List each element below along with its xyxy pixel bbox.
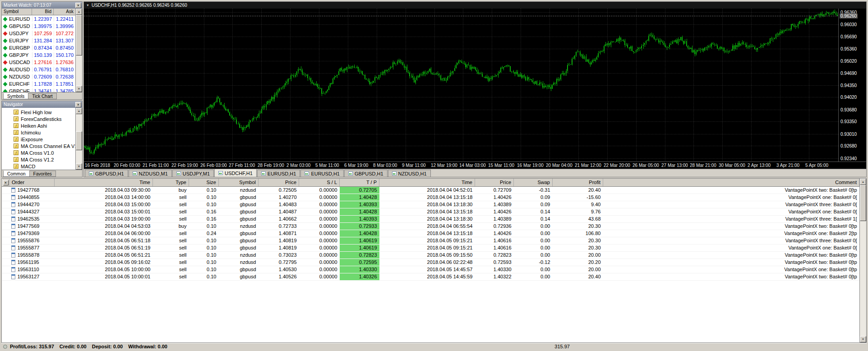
scrollbar-thumb[interactable]: [860, 185, 866, 221]
market-watch-scrollbar[interactable]: ▲ ▼: [75, 9, 82, 92]
market-watch-row-gbpjpy[interactable]: GBPJPY150.139150.170: [2, 51, 75, 59]
column-header-time-close[interactable]: Time: [379, 179, 475, 186]
column-header-s-l[interactable]: S / L: [299, 179, 340, 186]
mini-chart-icon: [89, 171, 93, 176]
column-header-symbol[interactable]: Symbol: [219, 179, 259, 186]
market-watch-row-eurchf[interactable]: EURCHF1.178281.17851: [2, 80, 75, 88]
order-row[interactable]: 194442702018.04.03 15:00:00sell0.10gbpus…: [2, 201, 859, 208]
market-watch-row-gbpusd[interactable]: GBPUSD1.399751.39996: [2, 23, 75, 30]
market-watch-row-audusd[interactable]: AUDUSD0.767910.76810: [2, 66, 75, 73]
scroll-down-icon[interactable]: ▼: [76, 86, 82, 92]
scrollbar-thumb[interactable]: [76, 131, 82, 150]
price-chart-canvas[interactable]: [84, 9, 838, 162]
price-tick-label: 0.94020: [840, 95, 857, 100]
market-watch-titlebar[interactable]: Market Watch: 07:13:07 ×: [2, 2, 82, 9]
column-header-price[interactable]: Price: [259, 179, 299, 186]
scrollbar-track[interactable]: [76, 15, 82, 86]
close-icon[interactable]: ×: [75, 3, 81, 8]
chart-tab-usdjpy-m1[interactable]: USDJPY,M1: [172, 170, 214, 177]
navigator-item-ma-cross-v1-0[interactable]: ƒMA Cross V1.0: [2, 149, 75, 156]
navigator-body: ƒFlexi High lowƒForexCandlesticksƒHeiken…: [2, 108, 82, 170]
column-header-type[interactable]: Type: [153, 179, 189, 186]
navigator-item-iexposure[interactable]: ƒiExposure: [2, 136, 75, 143]
order-row[interactable]: 195611952018.04.05 09:16:02sell0.10nzdus…: [2, 259, 859, 266]
time-axis[interactable]: 16 Feb 201820 Feb 03:0021 Feb 11:0022 Fe…: [84, 162, 866, 169]
scroll-up-icon[interactable]: ▲: [76, 108, 82, 114]
column-header-t-p[interactable]: T / P: [340, 179, 379, 186]
column-header-time[interactable]: Time: [55, 179, 153, 186]
tab-common[interactable]: Common: [3, 171, 30, 177]
column-header-price-close[interactable]: Price: [475, 179, 514, 186]
market-watch-row-eurgbp[interactable]: EURGBP0.874340.87450: [2, 44, 75, 51]
column-header-bid[interactable]: Bid: [32, 9, 54, 15]
order-row[interactable]: 194625352018.04.03 19:00:00sell0.16gbpus…: [2, 215, 859, 222]
ask-value: 0.87450: [54, 45, 75, 51]
ask-value: 1.39996: [54, 23, 75, 29]
tab-tick-chart[interactable]: Tick Chart: [28, 93, 56, 99]
column-header-symbol[interactable]: Symbol: [2, 9, 32, 15]
order-row[interactable]: 194443272018.04.03 15:00:01sell0.16gbpus…: [2, 208, 859, 215]
scroll-up-icon[interactable]: ▲: [860, 179, 866, 185]
chart-menu-icon[interactable]: ▼: [86, 4, 89, 7]
time-tick-label: 21 Mar 12:00: [575, 163, 601, 168]
scrollbar-track[interactable]: [860, 185, 866, 336]
chart-tab-eurusd-h1[interactable]: EURUSD,H1: [300, 170, 344, 177]
column-header-profit[interactable]: Profit: [553, 179, 603, 186]
bid-value: 1.34741: [32, 88, 54, 92]
market-watch-row-usdcad[interactable]: USDCAD1.276161.27636: [2, 59, 75, 66]
navigator-item-ma-cross-v1-2[interactable]: ƒMA Cross V1.2: [2, 156, 75, 163]
navigator-item-heiken-ashi[interactable]: ƒHeiken Ashi: [2, 122, 75, 129]
column-header-size[interactable]: Size: [189, 179, 219, 186]
column-header-swap[interactable]: Swap: [514, 179, 553, 186]
tab-favorites[interactable]: Favorites: [29, 171, 56, 177]
chart-tab-gbpusd-h1[interactable]: GBPUSD,H1: [85, 170, 128, 177]
order-row[interactable]: 195558762018.04.05 06:51:18sell0.10gbpus…: [2, 237, 859, 244]
scrollbar-thumb[interactable]: [76, 15, 82, 55]
chart-tab-nzdusd-h1[interactable]: NZDUSD,H1: [388, 170, 431, 177]
navigator-item-macd[interactable]: ƒMACD: [2, 163, 75, 170]
price-axis[interactable]: 0.963600.960300.956900.953600.950200.946…: [838, 9, 866, 162]
scrollbar-track[interactable]: [76, 114, 82, 163]
terminal-scrollbar[interactable]: ▲ ▼: [859, 179, 866, 342]
navigator-scrollbar[interactable]: ▲ ▼: [75, 108, 82, 170]
market-watch-row-eurjpy[interactable]: EURJPY131.284131.307: [2, 37, 75, 44]
scroll-down-icon[interactable]: ▼: [860, 336, 866, 342]
column-header-order[interactable]: Order: [9, 179, 55, 186]
market-watch-row-usdjpy[interactable]: USDJPY107.259107.272: [2, 30, 75, 37]
close-icon[interactable]: ×: [75, 102, 81, 107]
navigator-item-ichimoku[interactable]: ƒIchimoku: [2, 129, 75, 136]
chart-tab-nzdusd-m1[interactable]: NZDUSD,M1: [129, 170, 172, 177]
column-header-comment[interactable]: Comment: [603, 179, 859, 186]
navigator-item-flexi-high-low[interactable]: ƒFlexi High low: [2, 109, 75, 115]
symbol-label: AUDUSD: [9, 67, 32, 72]
order-row[interactable]: 194277682018.04.03 09:30:00buy0.10nzdusd…: [2, 186, 859, 194]
order-row[interactable]: 194408552018.04.03 14:00:00sell0.10gbpus…: [2, 194, 859, 201]
chart-titlebar[interactable]: ▼ USDCHF,H1 0.96252 0.96265 0.96245 0.96…: [84, 2, 866, 9]
chart-tab-gbpusd-h1[interactable]: GBPUSD,H1: [344, 170, 388, 177]
order-doc-icon: [11, 231, 15, 236]
mini-chart-icon: [392, 171, 397, 176]
market-watch-tab-bar: SymbolsTick Chart: [2, 92, 82, 99]
order-row[interactable]: 195558782018.04.05 06:51:21sell0.10nzdus…: [2, 251, 859, 259]
tab-symbols[interactable]: Symbols: [3, 93, 28, 99]
order-row[interactable]: 195631102018.04.05 10:00:00sell0.10gbpus…: [2, 266, 859, 273]
navigator-titlebar[interactable]: Navigator ×: [2, 101, 82, 108]
order-doc-icon: [11, 238, 15, 243]
ask-value: 150.170: [54, 52, 75, 58]
market-watch-row-nzdusd[interactable]: NZDUSD0.726090.72638: [2, 73, 75, 80]
order-row[interactable]: 194793692018.04.04 06:00:00sell0.24gbpus…: [2, 230, 859, 237]
order-row[interactable]: 194775692018.04.04 04:53:03buy0.10nzdusd…: [2, 222, 859, 230]
navigator-item-ma-cross-channel-ea-v1[interactable]: ƒMA Cross Channel EA V1: [2, 143, 75, 149]
order-row[interactable]: 195558772018.04.05 06:51:19sell0.10gbpus…: [2, 244, 859, 251]
navigator-item-forexcandlesticks[interactable]: ƒForexCandlesticks: [2, 115, 75, 122]
column-header-ask[interactable]: Ask: [54, 9, 75, 15]
chart-tab-eurusd-h1[interactable]: EURUSD,H1: [257, 170, 300, 177]
trend-down-icon: [3, 31, 8, 36]
scroll-up-icon[interactable]: ▲: [76, 9, 82, 15]
scroll-down-icon[interactable]: ▼: [76, 163, 82, 170]
market-watch-row-gbpchf[interactable]: GBPCHF1.347411.34785: [2, 88, 75, 92]
market-watch-row-eurusd[interactable]: EURUSD1.223971.22411: [2, 15, 75, 23]
terminal-close-icon[interactable]: ×: [3, 180, 9, 185]
chart-tab-usdchf-h1[interactable]: USDCHF,H1: [214, 169, 257, 177]
order-row[interactable]: 195631272018.04.05 10:00:01sell0.10gbpus…: [2, 273, 859, 280]
